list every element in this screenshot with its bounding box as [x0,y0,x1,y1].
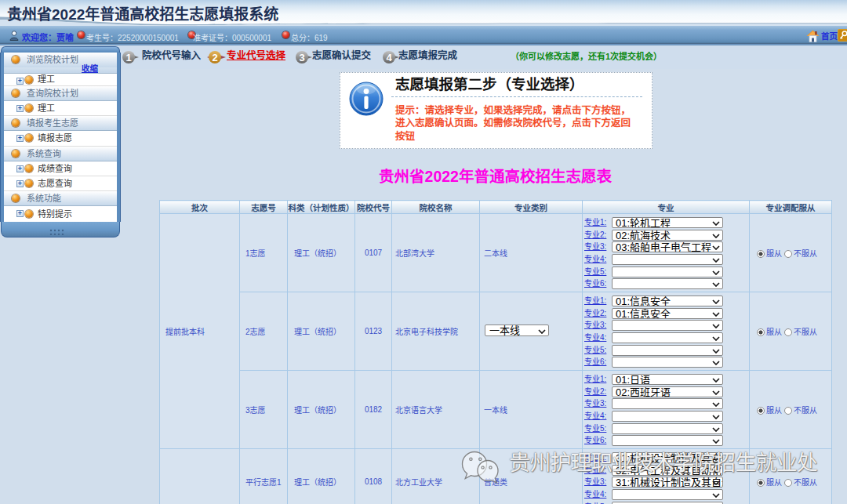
svg-text:1: 1 [125,52,131,63]
svg-text:2: 2 [212,52,217,63]
svg-text:3: 3 [299,52,304,63]
svg-text:4: 4 [386,52,392,63]
